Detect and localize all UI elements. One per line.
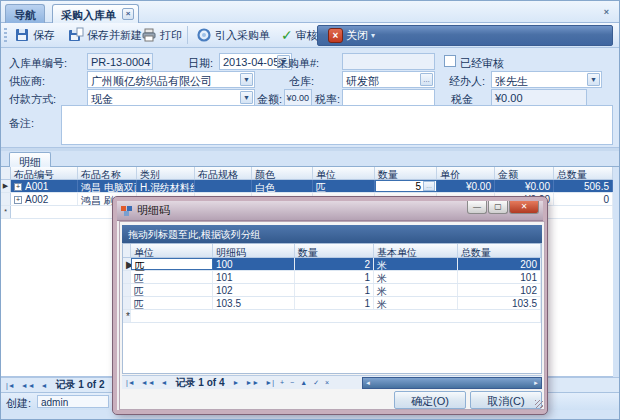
warehouse-field[interactable]: 研发部 … <box>342 71 435 88</box>
nav-cancel-icon[interactable]: × <box>323 379 331 386</box>
col-header[interactable]: 总数量 <box>458 244 541 257</box>
payment-dropdown-icon[interactable]: ▼ <box>240 91 253 104</box>
group-by-panel[interactable]: 拖动列标题至此,根据该列分组 <box>122 225 542 243</box>
audit-button[interactable]: ✓ 审核 <box>276 25 323 45</box>
save-icon <box>14 27 30 43</box>
col-header[interactable]: 单价 <box>437 167 495 179</box>
col-header[interactable]: 金额 <box>495 167 554 179</box>
nav-next-page-icon[interactable]: ►► <box>243 379 261 386</box>
dialog-grid-header: 单位 明细码 数量 基本单位 总数量 <box>123 244 541 258</box>
supplier-dropdown-icon[interactable]: ▼ <box>240 73 253 86</box>
save-button[interactable]: 保存 <box>9 25 60 45</box>
import-purchase-order-button[interactable]: 引入采购单 <box>191 25 275 45</box>
grid-header: 布品编号 布品名称 类别 布品规格 颜色 单位 数量 单价 金额 总数量 <box>1 167 613 180</box>
col-header[interactable]: 数量 <box>295 244 374 257</box>
tab-purchase-inbound[interactable]: 采购入库单 × <box>52 4 139 23</box>
nav-append-icon[interactable]: + <box>278 379 286 386</box>
record-count-label: 记录 1 of 2 <box>52 378 109 392</box>
table-row[interactable]: ▶ +A001 鸿昌 电脑双面… H.混纺材料织物 白色 匹 5 … ¥0.00… <box>1 180 613 193</box>
tab-navigation[interactable]: 导航 <box>5 4 45 23</box>
order-no-label: 入库单编号: <box>9 56 67 70</box>
taxrate-field[interactable] <box>342 89 435 106</box>
col-header[interactable]: 类别 <box>137 167 195 179</box>
dialog-title-bar[interactable]: 明细码 — ▢ ✕ <box>117 201 543 221</box>
table-row[interactable]: ▶ 匹 100 2 米 200 <box>123 258 541 271</box>
audited-label: 已经审核 <box>460 56 504 70</box>
toolbar-grip <box>4 28 7 43</box>
col-header[interactable]: 总数量 <box>554 167 613 179</box>
unit-cell-editor[interactable]: 匹 <box>131 258 213 270</box>
col-header-sorted[interactable]: 明细码 <box>213 244 295 257</box>
notes-textarea[interactable] <box>61 105 613 145</box>
nav-prev-page-icon[interactable]: ◄◄ <box>19 382 37 389</box>
resize-grip[interactable] <box>535 400 543 408</box>
expand-icon[interactable]: + <box>14 196 22 204</box>
audited-checkbox[interactable] <box>444 55 456 67</box>
nav-prev-page-icon[interactable]: ◄◄ <box>139 379 157 386</box>
tab-detail[interactable]: 明细 <box>9 152 51 167</box>
nav-endedit-icon[interactable]: ✓ <box>311 379 321 387</box>
col-header[interactable]: 数量 <box>375 167 437 179</box>
tab-close-icon[interactable]: × <box>122 8 134 20</box>
nav-next-icon[interactable]: ► <box>230 379 241 386</box>
col-header[interactable]: 布品编号 <box>11 167 78 179</box>
dialog-title: 明细码 <box>137 203 170 218</box>
tab-strip: 导航 采购入库单 × × <box>1 1 619 23</box>
col-header[interactable]: 单位 <box>313 167 375 179</box>
handler-combo[interactable]: 张先生 ▼ <box>491 71 602 88</box>
nav-first-icon[interactable]: |◄ <box>124 379 137 386</box>
expand-icon[interactable]: + <box>14 183 22 191</box>
close-x-icon: × <box>328 28 343 43</box>
quantity-lookup-icon[interactable]: … <box>423 181 435 191</box>
nav-prev-icon[interactable]: ◄ <box>159 379 170 386</box>
nav-last-icon[interactable]: ►| <box>263 379 276 386</box>
app-icon <box>121 205 133 217</box>
save-and-new-button[interactable]: 保存并新建 <box>63 25 147 45</box>
cancel-button[interactable]: 取消(C) <box>470 391 542 409</box>
supplier-combo[interactable]: 广州顺亿纺织品有限公司 ▼ <box>87 71 255 88</box>
taxrate-label: 税率: <box>315 92 340 106</box>
col-header[interactable]: 基本单位 <box>374 244 458 257</box>
nav-edit-icon[interactable]: ▲ <box>298 379 309 386</box>
maximize-icon[interactable]: ▢ <box>488 201 508 214</box>
table-row[interactable]: 匹 102 1 米 102 <box>123 284 541 297</box>
record-count-label: 记录 1 of 4 <box>172 376 229 390</box>
new-row-indicator: * <box>1 206 11 218</box>
payment-combo[interactable]: 现金 ▼ <box>87 89 255 106</box>
tabstrip-close-icon[interactable]: × <box>600 6 613 19</box>
col-header[interactable]: 单位 <box>131 244 213 257</box>
po-field[interactable] <box>342 53 435 70</box>
horizontal-scrollbar[interactable]: ◄► <box>362 377 542 389</box>
col-header[interactable]: 布品规格 <box>195 167 252 179</box>
warehouse-lookup-icon[interactable]: … <box>420 73 433 86</box>
table-row[interactable]: 匹 101 1 米 101 <box>123 271 541 284</box>
quantity-cell-editor[interactable]: 5 … <box>375 180 437 192</box>
nav-prev-icon[interactable]: ◄ <box>39 382 50 389</box>
toolbar: 保存 保存并新建 打印 引入采购单 ✓ 审核 × 关闭 ▾ <box>1 23 619 48</box>
dialog-body: 拖动列标题至此,根据该列分组 单位 明细码 数量 基本单位 总数量 ▶ 匹 10… <box>119 221 545 410</box>
warehouse-label: 仓库: <box>289 74 314 88</box>
chevron-down-icon: ▾ <box>371 31 375 40</box>
amount-field[interactable]: ¥0.00 <box>284 89 312 106</box>
created-by-label: 创建: <box>6 396 31 410</box>
nav-first-icon[interactable]: |◄ <box>4 382 17 389</box>
nav-delete-icon[interactable]: − <box>288 379 296 386</box>
new-row-indicator: * <box>123 310 131 322</box>
save-new-icon <box>68 27 84 43</box>
handler-dropdown-icon[interactable]: ▼ <box>587 73 600 86</box>
close-icon[interactable]: ✕ <box>509 201 539 214</box>
table-row[interactable]: 匹 103.5 1 米 103.5 <box>123 297 541 310</box>
close-button[interactable]: × 关闭 ▾ <box>323 25 380 45</box>
handler-label: 经办人: <box>449 74 485 88</box>
payment-label: 付款方式: <box>9 92 56 106</box>
date-label: 日期: <box>188 56 213 70</box>
dialog-record-navigator: |◄ ◄◄ ◄ 记录 1 of 4 ► ►► ►| + − ▲ ✓ × ◄► <box>122 375 542 389</box>
new-row[interactable]: * <box>123 310 541 323</box>
order-no-field[interactable]: PR-13-0004 <box>87 53 153 70</box>
col-header[interactable]: 颜色 <box>252 167 313 179</box>
col-header[interactable]: 布品名称 <box>78 167 137 179</box>
print-button[interactable]: 打印 <box>136 25 187 45</box>
tax-field[interactable]: ¥0.00 <box>491 89 587 106</box>
ok-button[interactable]: 确定(O) <box>394 391 466 409</box>
minimize-icon[interactable]: — <box>467 201 487 214</box>
